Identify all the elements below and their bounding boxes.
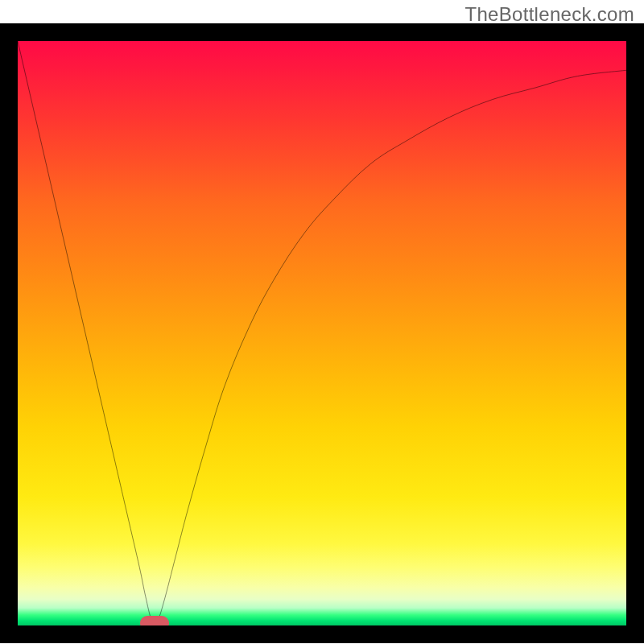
- bottleneck-curve-path: [18, 41, 626, 622]
- chart-stage: TheBottleneck.com: [0, 0, 644, 644]
- optimal-marker: [140, 616, 169, 625]
- curve-svg: [18, 41, 626, 625]
- plot-area: [18, 41, 626, 625]
- watermark-text: TheBottleneck.com: [464, 3, 634, 26]
- chart-frame: [0, 23, 644, 643]
